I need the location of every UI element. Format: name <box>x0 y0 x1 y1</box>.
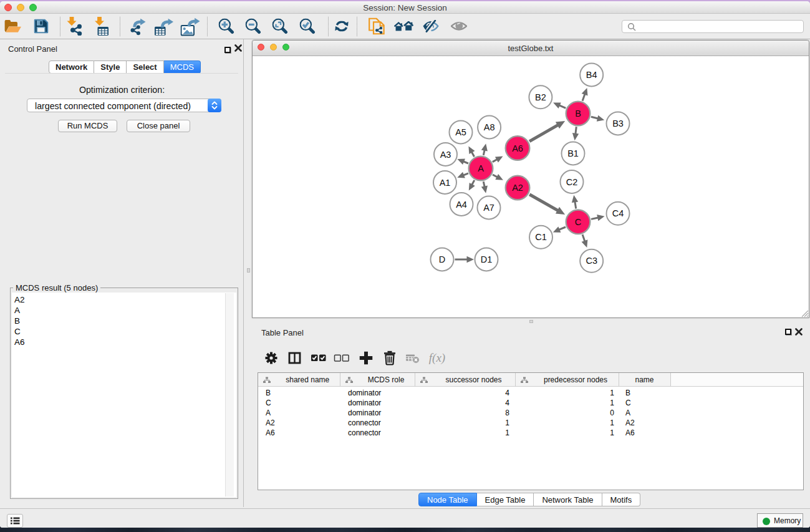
svg-text:C1: C1 <box>535 232 547 242</box>
svg-text:A8: A8 <box>484 122 495 132</box>
svg-text:A6: A6 <box>512 143 523 153</box>
svg-text:A2: A2 <box>512 183 523 193</box>
svg-text:D: D <box>439 254 445 264</box>
svg-text:A3: A3 <box>440 150 451 160</box>
svg-text:C: C <box>575 217 581 227</box>
svg-text:C3: C3 <box>586 256 597 266</box>
svg-text:A7: A7 <box>483 203 494 213</box>
svg-text:A: A <box>478 163 484 173</box>
svg-text:B3: B3 <box>612 118 624 128</box>
svg-text:C2: C2 <box>566 177 578 187</box>
svg-text:A5: A5 <box>455 127 466 137</box>
svg-text:B4: B4 <box>586 70 597 80</box>
svg-text:B2: B2 <box>535 92 546 102</box>
svg-text:A1: A1 <box>440 178 451 188</box>
svg-text:A4: A4 <box>456 200 467 210</box>
svg-text:B1: B1 <box>567 148 579 158</box>
svg-text:D1: D1 <box>481 254 493 264</box>
svg-text:C4: C4 <box>612 208 624 218</box>
svg-text:B: B <box>575 109 581 118</box>
